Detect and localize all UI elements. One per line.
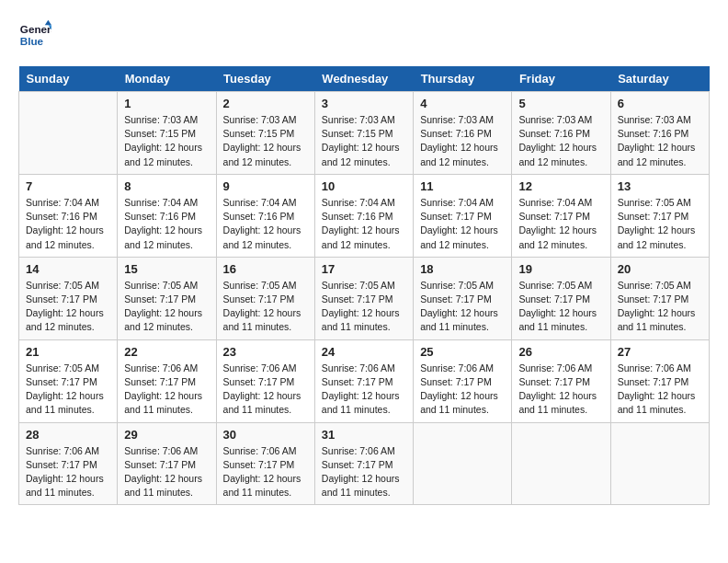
day-info: Sunrise: 7:06 AMSunset: 7:17 PMDaylight:…	[420, 362, 505, 418]
calendar-cell: 9Sunrise: 7:04 AMSunset: 7:16 PMDaylight…	[216, 174, 314, 257]
day-info: Sunrise: 7:06 AMSunset: 7:17 PMDaylight:…	[223, 444, 308, 500]
page-header: General Blue	[18, 18, 710, 52]
day-info: Sunrise: 7:05 AMSunset: 7:17 PMDaylight:…	[124, 279, 209, 335]
calendar-cell: 16Sunrise: 7:05 AMSunset: 7:17 PMDayligh…	[216, 257, 314, 339]
calendar-cell: 25Sunrise: 7:06 AMSunset: 7:17 PMDayligh…	[414, 339, 512, 422]
day-info: Sunrise: 7:05 AMSunset: 7:17 PMDaylight:…	[518, 279, 603, 335]
day-number: 14	[26, 262, 110, 276]
calendar-cell: 17Sunrise: 7:05 AMSunset: 7:17 PMDayligh…	[314, 257, 413, 339]
calendar-cell: 13Sunrise: 7:05 AMSunset: 7:17 PMDayligh…	[610, 174, 709, 257]
day-number: 24	[322, 345, 406, 359]
day-info: Sunrise: 7:04 AMSunset: 7:16 PMDaylight:…	[124, 196, 209, 252]
calendar-cell	[610, 422, 709, 505]
weekday-header-tuesday: Tuesday	[216, 66, 314, 92]
day-number: 28	[26, 428, 110, 442]
day-number: 27	[618, 345, 702, 359]
day-number: 6	[618, 97, 702, 110]
day-info: Sunrise: 7:05 AMSunset: 7:17 PMDaylight:…	[618, 279, 702, 335]
weekday-header-friday: Friday	[512, 66, 610, 92]
calendar-week-row: 7Sunrise: 7:04 AMSunset: 7:16 PMDaylight…	[19, 174, 710, 257]
day-info: Sunrise: 7:06 AMSunset: 7:17 PMDaylight:…	[223, 362, 308, 418]
day-number: 23	[223, 345, 308, 359]
day-info: Sunrise: 7:05 AMSunset: 7:17 PMDaylight:…	[26, 362, 110, 418]
calendar-cell: 23Sunrise: 7:06 AMSunset: 7:17 PMDayligh…	[216, 339, 314, 422]
day-info: Sunrise: 7:05 AMSunset: 7:17 PMDaylight:…	[618, 196, 702, 252]
day-info: Sunrise: 7:06 AMSunset: 7:17 PMDaylight:…	[322, 362, 406, 418]
day-number: 4	[420, 97, 505, 110]
logo-icon: General Blue	[18, 18, 51, 52]
calendar-cell: 20Sunrise: 7:05 AMSunset: 7:17 PMDayligh…	[610, 257, 709, 339]
day-number: 20	[618, 262, 702, 276]
calendar-cell: 1Sunrise: 7:03 AMSunset: 7:15 PMDaylight…	[118, 92, 216, 175]
calendar-cell	[414, 422, 512, 505]
svg-text:Blue: Blue	[20, 35, 44, 47]
day-number: 25	[420, 345, 505, 359]
day-number: 18	[420, 262, 505, 276]
day-info: Sunrise: 7:03 AMSunset: 7:15 PMDaylight:…	[124, 113, 209, 169]
calendar-cell: 28Sunrise: 7:06 AMSunset: 7:17 PMDayligh…	[19, 422, 118, 505]
day-info: Sunrise: 7:05 AMSunset: 7:17 PMDaylight:…	[420, 279, 505, 335]
day-info: Sunrise: 7:04 AMSunset: 7:16 PMDaylight:…	[223, 196, 308, 252]
day-number: 19	[518, 262, 603, 276]
day-number: 11	[420, 179, 505, 193]
calendar-cell: 19Sunrise: 7:05 AMSunset: 7:17 PMDayligh…	[512, 257, 610, 339]
calendar-cell: 22Sunrise: 7:06 AMSunset: 7:17 PMDayligh…	[118, 339, 216, 422]
calendar-cell: 10Sunrise: 7:04 AMSunset: 7:16 PMDayligh…	[314, 174, 413, 257]
weekday-header-saturday: Saturday	[610, 66, 709, 92]
calendar-cell: 29Sunrise: 7:06 AMSunset: 7:17 PMDayligh…	[118, 422, 216, 505]
day-number: 3	[322, 97, 406, 110]
day-number: 10	[322, 179, 406, 193]
calendar-week-row: 28Sunrise: 7:06 AMSunset: 7:17 PMDayligh…	[19, 422, 710, 505]
calendar-week-row: 14Sunrise: 7:05 AMSunset: 7:17 PMDayligh…	[19, 257, 710, 339]
day-number: 15	[124, 262, 209, 276]
weekday-header-thursday: Thursday	[414, 66, 512, 92]
calendar-cell: 6Sunrise: 7:03 AMSunset: 7:16 PMDaylight…	[610, 92, 709, 175]
day-info: Sunrise: 7:05 AMSunset: 7:17 PMDaylight:…	[26, 279, 110, 335]
day-number: 17	[322, 262, 406, 276]
calendar-cell: 24Sunrise: 7:06 AMSunset: 7:17 PMDayligh…	[314, 339, 413, 422]
calendar-cell: 30Sunrise: 7:06 AMSunset: 7:17 PMDayligh…	[216, 422, 314, 505]
calendar-cell: 7Sunrise: 7:04 AMSunset: 7:16 PMDaylight…	[19, 174, 118, 257]
day-number: 9	[223, 179, 308, 193]
day-info: Sunrise: 7:03 AMSunset: 7:15 PMDaylight:…	[223, 113, 308, 169]
calendar-cell: 21Sunrise: 7:05 AMSunset: 7:17 PMDayligh…	[19, 339, 118, 422]
day-info: Sunrise: 7:06 AMSunset: 7:17 PMDaylight:…	[26, 444, 110, 500]
day-info: Sunrise: 7:04 AMSunset: 7:16 PMDaylight:…	[26, 196, 110, 252]
day-info: Sunrise: 7:03 AMSunset: 7:16 PMDaylight:…	[518, 113, 603, 169]
calendar-cell: 12Sunrise: 7:04 AMSunset: 7:17 PMDayligh…	[512, 174, 610, 257]
day-number: 22	[124, 345, 209, 359]
calendar-week-row: 21Sunrise: 7:05 AMSunset: 7:17 PMDayligh…	[19, 339, 710, 422]
day-info: Sunrise: 7:04 AMSunset: 7:17 PMDaylight:…	[420, 196, 505, 252]
calendar-week-row: 1Sunrise: 7:03 AMSunset: 7:15 PMDaylight…	[19, 92, 710, 175]
day-number: 12	[518, 179, 603, 193]
day-number: 1	[124, 97, 209, 110]
day-number: 29	[124, 428, 209, 442]
day-info: Sunrise: 7:06 AMSunset: 7:17 PMDaylight:…	[322, 444, 406, 500]
day-info: Sunrise: 7:06 AMSunset: 7:17 PMDaylight:…	[124, 444, 209, 500]
day-number: 7	[26, 179, 110, 193]
day-number: 16	[223, 262, 308, 276]
calendar-cell: 27Sunrise: 7:06 AMSunset: 7:17 PMDayligh…	[610, 339, 709, 422]
calendar-cell: 11Sunrise: 7:04 AMSunset: 7:17 PMDayligh…	[414, 174, 512, 257]
weekday-header-wednesday: Wednesday	[314, 66, 413, 92]
day-info: Sunrise: 7:04 AMSunset: 7:16 PMDaylight:…	[322, 196, 406, 252]
day-number: 21	[26, 345, 110, 359]
logo: General Blue	[18, 18, 57, 52]
calendar-cell: 31Sunrise: 7:06 AMSunset: 7:17 PMDayligh…	[314, 422, 413, 505]
day-info: Sunrise: 7:06 AMSunset: 7:17 PMDaylight:…	[518, 362, 603, 418]
calendar-cell: 5Sunrise: 7:03 AMSunset: 7:16 PMDaylight…	[512, 92, 610, 175]
calendar-cell: 15Sunrise: 7:05 AMSunset: 7:17 PMDayligh…	[118, 257, 216, 339]
calendar-cell: 2Sunrise: 7:03 AMSunset: 7:15 PMDaylight…	[216, 92, 314, 175]
calendar-header-row: SundayMondayTuesdayWednesdayThursdayFrid…	[19, 66, 710, 92]
day-info: Sunrise: 7:05 AMSunset: 7:17 PMDaylight:…	[322, 279, 406, 335]
day-info: Sunrise: 7:04 AMSunset: 7:17 PMDaylight:…	[518, 196, 603, 252]
day-info: Sunrise: 7:06 AMSunset: 7:17 PMDaylight:…	[124, 362, 209, 418]
calendar-cell: 14Sunrise: 7:05 AMSunset: 7:17 PMDayligh…	[19, 257, 118, 339]
day-number: 2	[223, 97, 308, 110]
calendar-cell: 8Sunrise: 7:04 AMSunset: 7:16 PMDaylight…	[118, 174, 216, 257]
weekday-header-monday: Monday	[118, 66, 216, 92]
day-info: Sunrise: 7:05 AMSunset: 7:17 PMDaylight:…	[223, 279, 308, 335]
weekday-header-sunday: Sunday	[19, 66, 118, 92]
day-info: Sunrise: 7:03 AMSunset: 7:15 PMDaylight:…	[322, 113, 406, 169]
calendar-table: SundayMondayTuesdayWednesdayThursdayFrid…	[18, 66, 710, 505]
